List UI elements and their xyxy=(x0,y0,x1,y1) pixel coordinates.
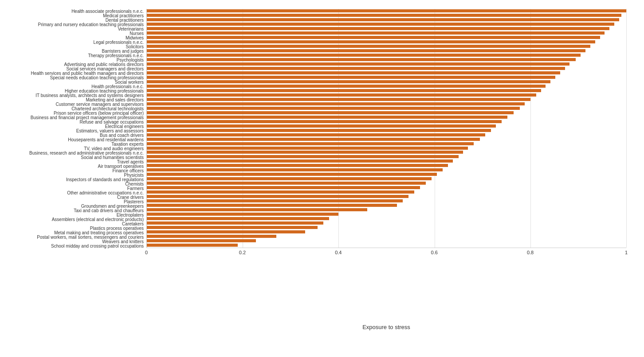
bar xyxy=(147,159,453,163)
y-label: Refuse and salvage occupations xyxy=(0,120,144,124)
y-label: IT business analysts, architects and sys… xyxy=(0,93,144,97)
y-label: Dental practitioners xyxy=(0,18,144,22)
y-label: Houseparents and residential wardens xyxy=(0,137,144,142)
y-label: Plastics process operatives xyxy=(0,226,144,230)
x-tick: 0.2 xyxy=(239,250,246,255)
bar-row xyxy=(147,13,626,17)
bar xyxy=(147,142,474,145)
y-label: Higher education teaching professionals xyxy=(0,89,144,93)
bar-row xyxy=(147,243,626,247)
bar-row xyxy=(147,181,626,185)
y-label: TV, video and audio engineers xyxy=(0,146,144,151)
y-label: Travel agents xyxy=(0,159,144,164)
bar-row xyxy=(147,111,626,115)
bar-row xyxy=(147,194,626,198)
bar-row xyxy=(147,22,626,26)
bar-row xyxy=(147,190,626,194)
bar-row xyxy=(147,84,626,88)
bars-area xyxy=(146,9,626,248)
x-tick: 0.4 xyxy=(335,250,342,255)
bar xyxy=(147,199,403,202)
bar xyxy=(147,138,480,141)
bar xyxy=(147,182,426,185)
bar xyxy=(147,9,626,12)
bar-row xyxy=(147,155,626,159)
bar-row xyxy=(147,27,626,31)
y-label: Chartered architectural technologists xyxy=(0,106,144,111)
bar xyxy=(147,58,576,61)
y-label: Midwives xyxy=(0,35,144,40)
bar xyxy=(147,116,507,119)
bar xyxy=(147,244,238,247)
bar xyxy=(147,173,437,176)
y-label: Psychologists xyxy=(0,58,144,62)
bar-row xyxy=(147,106,626,110)
bar-row xyxy=(147,124,626,128)
y-label: Barristers and judges xyxy=(0,49,144,53)
bar-row xyxy=(147,203,626,207)
bar-row xyxy=(147,146,626,150)
y-label: Veterinarians xyxy=(0,27,144,31)
y-label: Metal making and treating process operat… xyxy=(0,230,144,235)
bar xyxy=(147,239,256,242)
y-label: Taxation experts xyxy=(0,142,144,146)
bar xyxy=(147,147,468,150)
y-label: Taxi and cab drivers and chauffeurs xyxy=(0,208,144,213)
y-label: Business and financial project managemen… xyxy=(0,115,144,120)
bar-row xyxy=(147,221,626,225)
y-label: Groundsmen and greenkeepers xyxy=(0,204,144,208)
bar-row xyxy=(147,53,626,57)
chart-container: Health associate professionals n.e.c.Med… xyxy=(0,0,644,357)
x-tick: 0.6 xyxy=(431,250,438,255)
y-label: Health professionals n.e.c. xyxy=(0,84,144,89)
y-label: Bus and coach drivers xyxy=(0,133,144,137)
y-label: Estimators, valuers and assessors xyxy=(0,128,144,133)
bar-row xyxy=(147,115,626,119)
y-label: Legal professionals n.e.c. xyxy=(0,40,144,44)
bar xyxy=(147,54,581,57)
y-label: Social workers xyxy=(0,80,144,84)
bar-row xyxy=(147,168,626,172)
bar-row xyxy=(147,225,626,229)
y-label: Crane drivers xyxy=(0,195,144,199)
bar-row xyxy=(147,93,626,97)
y-label: Advertising and public relations directo… xyxy=(0,62,144,66)
bar xyxy=(147,213,338,216)
y-label: Electroplaters xyxy=(0,213,144,217)
bar-row xyxy=(147,58,626,62)
bar xyxy=(147,23,614,26)
bar-row xyxy=(147,177,626,181)
y-label: Electrical engineers xyxy=(0,124,144,128)
bar xyxy=(147,155,459,158)
bar-row xyxy=(147,230,626,234)
y-label: Social and humanities scientists xyxy=(0,155,144,159)
bar xyxy=(147,18,619,21)
bar xyxy=(147,235,276,238)
y-label: Caretakers xyxy=(0,221,144,226)
bar-row xyxy=(147,18,626,22)
bar xyxy=(147,76,555,79)
y-label: Finance officers xyxy=(0,168,144,173)
x-axis-label: Exposure to stress xyxy=(146,315,626,330)
bar-row xyxy=(147,102,626,106)
bar xyxy=(147,80,550,83)
bar-row xyxy=(147,44,626,48)
y-label: Assemblers (electrical and electronic pr… xyxy=(0,217,144,221)
y-label: Social services managers and directors xyxy=(0,66,144,71)
bar xyxy=(147,151,463,154)
y-label: Business, research and administrative pr… xyxy=(0,151,144,155)
bar-row xyxy=(147,89,626,93)
bar-row xyxy=(147,208,626,212)
bar xyxy=(147,221,323,225)
bar xyxy=(147,217,329,220)
bar-row xyxy=(147,49,626,53)
bar xyxy=(147,204,397,207)
x-tick: 1 xyxy=(625,250,628,255)
bar-row xyxy=(147,212,626,216)
bar-row xyxy=(147,234,626,238)
y-label: Weavers and knitters xyxy=(0,239,144,244)
bar-row xyxy=(147,163,626,167)
bar-row xyxy=(147,150,626,154)
y-label: Plasterers xyxy=(0,199,144,204)
y-label: Air transport operatives xyxy=(0,164,144,168)
